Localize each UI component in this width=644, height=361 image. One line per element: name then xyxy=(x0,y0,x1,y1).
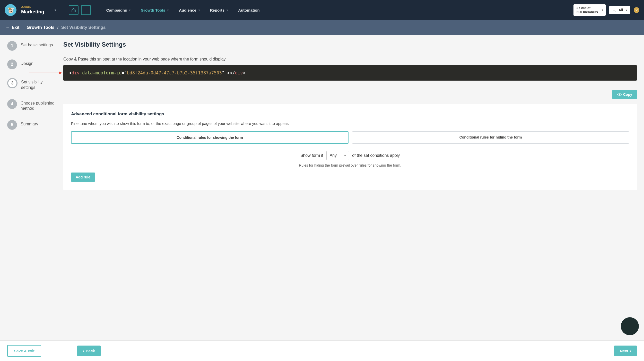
member-count-line1: 37 out of xyxy=(577,6,598,10)
workspace-name: Marketing xyxy=(21,9,44,15)
chevron-down-icon: ▾ xyxy=(602,8,603,12)
advanced-visibility-card: Advanced conditional form visibility set… xyxy=(63,104,637,190)
step-number: 4 xyxy=(7,99,17,109)
app-logo: 🐮 xyxy=(5,4,16,16)
copy-button[interactable]: </> Copy xyxy=(612,90,637,99)
breadcrumb: Growth Tools / Set Visibility Settings xyxy=(27,25,106,30)
chevron-down-icon: ▾ xyxy=(129,9,130,12)
snippet-instruction: Copy & Paste this snippet at the locatio… xyxy=(63,57,637,62)
chevron-down-icon: ▾ xyxy=(167,9,169,12)
advanced-description: Fine tune whom you wish to show this for… xyxy=(71,121,629,126)
step-5[interactable]: 5 Summary xyxy=(7,120,56,139)
nav-label: Automation xyxy=(238,8,259,12)
condition-mode-value: Any xyxy=(330,153,337,158)
condition-hint: Rules for hiding the form prevail over r… xyxy=(71,163,629,167)
nav-label: Audience xyxy=(179,8,196,12)
step-number: 5 xyxy=(7,120,17,130)
chevron-down-icon: ▾ xyxy=(626,9,627,12)
nav-label: Campaigns xyxy=(106,8,127,12)
tab-show-rules[interactable]: Conditional rules for showing the form xyxy=(71,131,349,144)
main-content: Set Visibility Settings Copy & Paste thi… xyxy=(63,41,637,340)
subheader: ← Exit Growth Tools / Set Visibility Set… xyxy=(0,20,644,35)
advanced-heading: Advanced conditional form visibility set… xyxy=(71,111,629,117)
step-1[interactable]: 1 Set basic settings xyxy=(7,41,56,59)
condition-mode-select[interactable]: Any ▾ xyxy=(326,151,349,160)
step-number: 3 xyxy=(7,78,18,88)
help-button[interactable]: ? xyxy=(634,7,639,13)
step-number: 2 xyxy=(7,59,17,69)
code-attr: data-mooform-id xyxy=(82,70,122,75)
arrow-left-icon: ← xyxy=(6,25,10,30)
breadcrumb-root[interactable]: Growth Tools xyxy=(27,25,54,30)
breadcrumb-current: Set Visibility Settings xyxy=(61,25,106,30)
step-4[interactable]: 4 Choose publishing method xyxy=(7,99,56,120)
svg-marker-5 xyxy=(59,71,62,74)
chevron-down-icon[interactable]: ▾ xyxy=(55,8,56,12)
condition-suffix: of the set conditions apply xyxy=(352,153,400,158)
step-number: 1 xyxy=(7,41,17,51)
nav-reports[interactable]: Reports▾ xyxy=(210,8,228,12)
annotation-arrow-icon xyxy=(29,70,62,75)
nav-label: Growth Tools xyxy=(141,8,166,12)
nav-automation[interactable]: Automation xyxy=(238,8,259,12)
chevron-down-icon: ▾ xyxy=(227,9,228,12)
code-snippet[interactable]: <div data-mooform-id="bd8f24da-0d47-47c7… xyxy=(63,65,637,81)
plus-icon xyxy=(84,8,88,12)
nav-growth-tools[interactable]: Growth Tools▾ xyxy=(141,8,169,12)
chat-widget[interactable] xyxy=(621,317,639,335)
add-rule-button[interactable]: Add rule xyxy=(71,173,95,182)
step-label: Design xyxy=(21,59,33,66)
member-count-line2: 500 members xyxy=(577,10,598,14)
workspace-switcher[interactable]: 🐮 Admin Marketing ▾ xyxy=(0,0,61,20)
condition-sentence: Show form if Any ▾ of the set conditions… xyxy=(71,151,629,160)
code-tag: div xyxy=(72,70,80,75)
exit-label: Exit xyxy=(12,25,19,30)
tab-hide-rules[interactable]: Conditional rules for hiding the form xyxy=(352,131,629,144)
code-closetag: div xyxy=(235,70,243,75)
breadcrumb-sep: / xyxy=(57,25,58,30)
user-role-label: Admin xyxy=(21,5,44,9)
chevron-down-icon: ▾ xyxy=(198,9,200,12)
page-title: Set Visibility Settings xyxy=(63,41,637,48)
nav-campaigns[interactable]: Campaigns▾ xyxy=(106,8,130,12)
step-3[interactable]: 3 Set visibility settings xyxy=(7,78,56,99)
nav-label: Reports xyxy=(210,8,225,12)
search-filter-label: All xyxy=(619,8,623,12)
member-count-dropdown[interactable]: 37 out of 500 members ▾ xyxy=(573,4,606,15)
home-icon xyxy=(71,8,76,12)
nav-audience[interactable]: Audience▾ xyxy=(179,8,200,12)
step-label: Set basic settings xyxy=(21,41,53,48)
svg-line-3 xyxy=(615,11,616,12)
step-label: Set visibility settings xyxy=(21,78,56,90)
condition-prefix: Show form if xyxy=(300,153,323,158)
step-label: Summary xyxy=(21,120,38,127)
chevron-down-icon: ▾ xyxy=(344,154,346,157)
wizard-stepper: 1 Set basic settings 2 Design 3 Set visi… xyxy=(7,41,56,340)
search-filter[interactable]: All ▾ xyxy=(609,6,630,14)
step-label: Choose publishing method xyxy=(21,99,56,111)
search-icon xyxy=(612,8,616,12)
add-button[interactable] xyxy=(81,5,91,15)
home-button[interactable] xyxy=(69,5,79,15)
svg-point-2 xyxy=(613,9,615,11)
exit-link[interactable]: ← Exit xyxy=(6,25,19,30)
code-value: bd8f24da-0d47-47c7-b7b2-35f1387a7503 xyxy=(127,70,222,75)
top-nav: 🐮 Admin Marketing ▾ Campaigns▾ Growth To… xyxy=(0,0,644,20)
